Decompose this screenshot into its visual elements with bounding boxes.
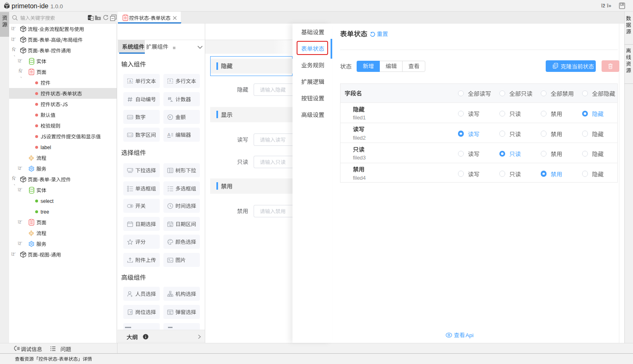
svg-text:A: A [129, 79, 132, 83]
svg-text:A: A [168, 132, 171, 137]
svg-text:1~3: 1~3 [128, 134, 132, 136]
svg-text:¥: ¥ [169, 115, 171, 119]
svg-text:A: A [169, 79, 171, 83]
svg-text:123: 123 [128, 116, 132, 119]
svg-text:又: 又 [129, 311, 132, 314]
